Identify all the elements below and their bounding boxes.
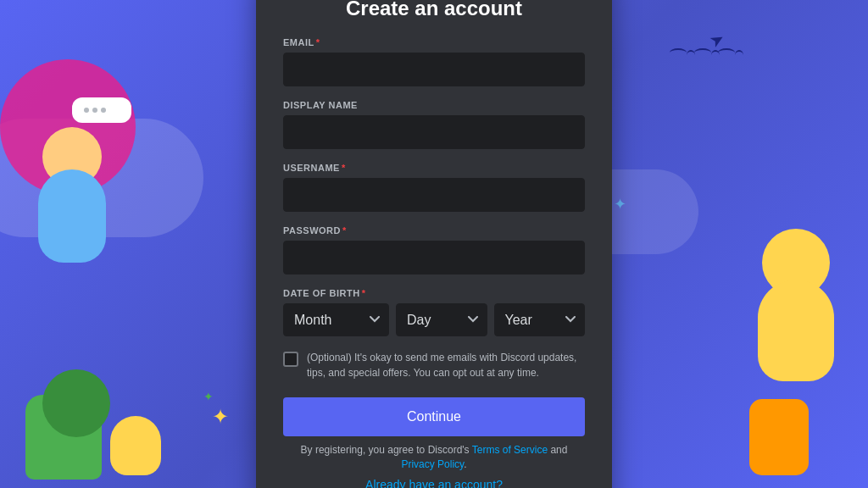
email-promo-label: (Optional) It's okay to send me emails w… [307, 350, 585, 380]
password-input[interactable] [283, 241, 585, 274]
email-input[interactable] [283, 53, 585, 86]
modal-title: Create an account [283, 0, 585, 20]
display-name-form-group: DISPLAY NAME [283, 100, 585, 149]
dob-form-group: DATE OF BIRTH* Month January February Ma… [283, 288, 585, 336]
login-link[interactable]: Already have an account? [283, 478, 585, 488]
privacy-link[interactable]: Privacy Policy [401, 458, 464, 470]
username-label: USERNAME* [283, 163, 585, 173]
continue-button[interactable]: Continue [283, 397, 585, 436]
modal-overlay: Create an account EMAIL* DISPLAY NAME US… [0, 0, 868, 488]
username-form-group: USERNAME* [283, 163, 585, 212]
tos-text: By registering, you agree to Discord's T… [283, 443, 585, 472]
dob-label: DATE OF BIRTH* [283, 288, 585, 298]
username-required-star: * [342, 163, 346, 173]
month-select[interactable]: Month January February March April May J… [283, 303, 389, 336]
email-promo-checkbox[interactable] [283, 352, 298, 367]
dob-required-star: * [362, 288, 366, 298]
email-promo-checkbox-row: (Optional) It's okay to send me emails w… [283, 350, 585, 380]
tos-link[interactable]: Terms of Service [472, 444, 548, 456]
year-select[interactable]: Year 2006 2000 1995 1990 1985 1980 [494, 303, 586, 336]
dob-selects-row: Month January February March April May J… [283, 303, 585, 336]
password-label: PASSWORD* [283, 225, 585, 236]
email-required-star: * [316, 37, 320, 47]
email-label: EMAIL* [283, 37, 585, 47]
day-select[interactable]: Day 1 2 3 4 5 6 7 8 9 10 11 12 13 14 15 [396, 303, 487, 336]
username-input[interactable] [283, 178, 585, 212]
password-form-group: PASSWORD* [283, 225, 585, 274]
email-form-group: EMAIL* [283, 37, 585, 86]
password-required-star: * [342, 225, 347, 236]
create-account-modal: Create an account EMAIL* DISPLAY NAME US… [256, 0, 612, 488]
display-name-label: DISPLAY NAME [283, 100, 585, 110]
display-name-input[interactable] [283, 115, 585, 149]
